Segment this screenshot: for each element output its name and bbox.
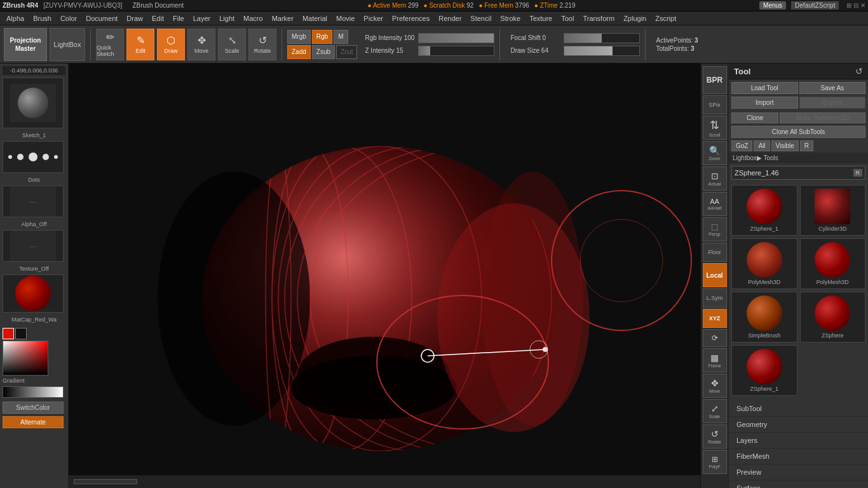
visible-button[interactable]: Visible bbox=[771, 140, 799, 151]
rotate-icon-button[interactable]: ↺ Rotate bbox=[703, 424, 727, 449]
color-gradient-picker[interactable] bbox=[3, 341, 48, 376]
menu-movie[interactable]: Movie bbox=[332, 13, 358, 24]
quick-sketch-button[interactable]: ✏ Quick Sketch bbox=[96, 29, 124, 60]
zsub-button[interactable]: Zsub bbox=[312, 45, 335, 59]
save-as-button[interactable]: Save As bbox=[799, 82, 866, 94]
spix-button[interactable]: SPix bbox=[703, 95, 727, 114]
menu-bar: Alpha Brush Color Document Draw Edit Fil… bbox=[0, 11, 868, 25]
refresh-icon[interactable]: ↺ bbox=[855, 66, 863, 76]
menu-macro[interactable]: Macro bbox=[240, 13, 267, 24]
menu-light[interactable]: Light bbox=[215, 13, 238, 24]
menu-picker[interactable]: Picker bbox=[360, 13, 387, 24]
menu-layer[interactable]: Layer bbox=[189, 13, 215, 24]
r-button[interactable]: R bbox=[800, 140, 813, 151]
menu-edit[interactable]: Edit bbox=[148, 13, 168, 24]
sketch-thumbnail[interactable] bbox=[3, 78, 64, 128]
matcap-thumbnail[interactable] bbox=[3, 274, 64, 313]
menu-texture[interactable]: Texture bbox=[526, 13, 556, 24]
section-subtool[interactable]: SubTool bbox=[729, 401, 868, 417]
bpr-button[interactable]: BPR bbox=[703, 66, 727, 94]
menu-preferences[interactable]: Preferences bbox=[388, 13, 433, 24]
foreground-color[interactable] bbox=[3, 328, 14, 339]
mrgb-button[interactable]: Mrgb bbox=[287, 30, 311, 44]
xyz-button[interactable]: XYZ bbox=[703, 309, 727, 328]
persp-button[interactable]: ⬚ Persp bbox=[703, 217, 727, 241]
menu-file[interactable]: File bbox=[169, 13, 188, 24]
menu-document[interactable]: Document bbox=[82, 13, 121, 24]
switch-color-button[interactable]: SwitchColor bbox=[3, 402, 64, 414]
move-button[interactable]: ✥ Move bbox=[187, 29, 215, 60]
projection-master-button[interactable]: Projection Master bbox=[4, 28, 47, 61]
import-button[interactable]: Import bbox=[731, 97, 798, 109]
menu-zscript[interactable]: Zscript bbox=[651, 13, 680, 24]
dots-thumbnail[interactable] bbox=[3, 141, 64, 173]
menu-tool[interactable]: Tool bbox=[557, 13, 578, 24]
menu-alpha[interactable]: Alpha bbox=[3, 13, 28, 24]
menu-stencil[interactable]: Stencil bbox=[466, 13, 495, 24]
texture-thumbnail[interactable]: — bbox=[3, 230, 64, 262]
draw-button[interactable]: ⬡ Draw bbox=[157, 29, 185, 60]
clone-all-subtool-button[interactable]: Clone All SubTools bbox=[731, 126, 865, 138]
menu-material[interactable]: Material bbox=[299, 13, 331, 24]
section-fibermesh[interactable]: FiberMesh bbox=[729, 449, 868, 464]
actual-button[interactable]: ⊡ Actual bbox=[703, 166, 727, 191]
floor-button[interactable]: Floor bbox=[703, 243, 727, 262]
rgb-button[interactable]: Rgb bbox=[312, 30, 332, 44]
alternate-button[interactable]: Alternate bbox=[3, 416, 64, 428]
zsphere1-tool[interactable]: ZSphere_1 bbox=[731, 185, 797, 236]
menu-marker[interactable]: Marker bbox=[268, 13, 297, 24]
menu-brush[interactable]: Brush bbox=[29, 13, 55, 24]
polymesh3d-star-tool[interactable]: PolyMesh3D bbox=[731, 238, 797, 289]
menu-transform[interactable]: Transform bbox=[579, 13, 618, 24]
lsym-button[interactable]: L.Sym bbox=[703, 288, 727, 308]
load-tool-button[interactable]: Load Tool bbox=[731, 82, 798, 94]
menu-stroke[interactable]: Stroke bbox=[496, 13, 524, 24]
menu-render[interactable]: Render bbox=[435, 13, 465, 24]
scale-icon-button[interactable]: ⤢ Scale bbox=[703, 399, 727, 423]
viewport[interactable] bbox=[69, 64, 700, 475]
export-button[interactable]: Export bbox=[799, 97, 866, 109]
section-layers[interactable]: Layers bbox=[729, 433, 868, 449]
m-button[interactable]: M bbox=[334, 30, 348, 44]
zcut-button[interactable]: Zcut bbox=[336, 45, 357, 59]
polyf-button[interactable]: ⊞ PolyF bbox=[703, 450, 727, 474]
menu-zplugin[interactable]: Zplugin bbox=[620, 13, 650, 24]
color-picker[interactable] bbox=[3, 328, 64, 374]
move-icon-button[interactable]: ✥ Move bbox=[703, 374, 727, 398]
zoom-button[interactable]: 🔍 Zoom bbox=[703, 141, 727, 165]
z-intensity-slider[interactable] bbox=[418, 46, 494, 56]
clone-button[interactable]: Clone bbox=[731, 112, 778, 123]
aahalf-button[interactable]: AA AAHalf bbox=[703, 192, 727, 216]
lightbox-button[interactable]: LightBox bbox=[50, 28, 85, 61]
frame-button[interactable]: ▦ Frame bbox=[703, 348, 727, 372]
rotate-button[interactable]: ↺ Rotate bbox=[248, 29, 276, 60]
local-button[interactable]: Local bbox=[703, 263, 727, 287]
goz-button[interactable]: GoZ bbox=[731, 140, 752, 151]
alpha-thumbnail[interactable]: — bbox=[3, 186, 64, 217]
make-polymesh-button[interactable]: Make PolyMesh3D bbox=[780, 112, 865, 123]
gyro-button[interactable]: ⟳ bbox=[703, 329, 727, 347]
gradient-bar[interactable] bbox=[3, 386, 64, 398]
menu-color[interactable]: Color bbox=[57, 13, 81, 24]
scroll-button[interactable]: ⇅ Scroll bbox=[703, 116, 727, 140]
menu-draw[interactable]: Draw bbox=[123, 13, 147, 24]
rgb-intensity-slider[interactable] bbox=[418, 33, 494, 43]
scale-button[interactable]: ⤡ Scale bbox=[218, 29, 246, 60]
polymesh3d-tool[interactable]: PolyMesh3D bbox=[800, 238, 866, 289]
simplebrush-tool[interactable]: SimpleBrush bbox=[731, 292, 797, 342]
timeline-slider[interactable] bbox=[74, 479, 137, 484]
section-geometry[interactable]: Geometry bbox=[729, 417, 868, 433]
focal-shift-slider[interactable] bbox=[564, 33, 640, 43]
edit-button[interactable]: ✎ Edit bbox=[126, 29, 154, 60]
draw-size-slider[interactable] bbox=[564, 46, 640, 56]
default-zscript: DefaultZScript bbox=[791, 1, 839, 10]
zadd-button[interactable]: Zadd bbox=[287, 45, 311, 59]
zsphere1b-tool[interactable]: ZSphere_1 bbox=[731, 345, 797, 396]
menus-button[interactable]: Menus bbox=[759, 1, 786, 10]
section-preview[interactable]: Preview bbox=[729, 464, 868, 480]
cylinder3d-tool[interactable]: Cylinder3D bbox=[800, 185, 866, 236]
zsphere-tool[interactable]: ZSphere bbox=[800, 292, 866, 342]
background-color[interactable] bbox=[15, 328, 27, 339]
all-button[interactable]: All bbox=[754, 140, 770, 151]
section-surface[interactable]: Surface bbox=[729, 480, 868, 488]
